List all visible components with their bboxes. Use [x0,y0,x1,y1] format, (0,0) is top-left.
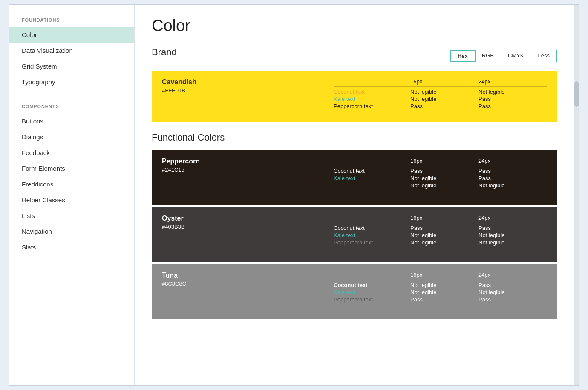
format-tab-less[interactable]: Less [531,50,556,62]
tuna-a11y-table: 16px 24px Coconut text Not legible Pass … [334,272,547,304]
functional-section: Functional Colors Peppercorn #241C15 16p… [152,132,557,319]
components-section-label: COMPONENTS [9,104,134,113]
cavendish-empty-header [334,78,410,85]
oy-24px-header: 24px [478,215,547,221]
brand-section-title: Brand [152,47,177,58]
tuna-card: Tuna #8C8C8C 16px 24px Coconut text Not … [152,264,557,319]
tu-row-2-px24: Pass [478,296,547,303]
sidebar-item-buttons[interactable]: Buttons [9,113,134,129]
format-tabs: Hex RGB CMYK Less [450,50,557,62]
oyster-header-row: 16px 24px [334,215,547,223]
pp-row-2-px16: Not legible [410,182,478,189]
sidebar-item-dialogs[interactable]: Dialogs [9,129,134,145]
oy-row-1-px16: Not legible [410,232,478,238]
oy-row-2-label: Peppercorn text [334,239,410,246]
oy-row-1-label: Kale text [334,232,410,238]
cavendish-row-0-px16: Not legible [410,89,478,95]
format-tab-rgb[interactable]: RGB [475,50,501,62]
foundations-section-label: FOUNDATIONS [9,17,134,27]
peppercorn-row-1: Kale text Not legible Pass [334,175,547,181]
cavendish-row-2: Peppercorn text Pass Pass [334,103,547,109]
pp-row-0-px16: Pass [410,168,478,174]
page-title: Color [152,17,557,35]
oy-empty-header [334,215,410,221]
cavendish-row-1-px24: Pass [478,96,547,102]
oy-16px-header: 16px [410,215,478,221]
oy-row-0-px16: Pass [410,225,478,231]
oy-row-1-px24: Not legible [478,232,547,238]
cavendish-16px-header: 16px [410,78,478,85]
sidebar-item-freddicons[interactable]: Freddicons [9,176,134,192]
oyster-row-2: Peppercorn text Not legible Not legible [334,239,547,246]
oyster-card: Oyster #403B3B 16px 24px Coconut text Pa… [152,207,557,262]
sidebar-item-helper-classes[interactable]: Helper Classes [9,192,134,208]
cavendish-a11y-table: 16px 24px Coconut text Not legible Not l… [334,78,547,110]
pp-row-1-px16: Not legible [410,175,478,181]
cavendish-row-2-label: Peppercorn text [334,103,410,109]
peppercorn-row-2: Not legible Not legible [334,182,547,189]
sidebar-item-slats[interactable]: Slats [9,239,134,255]
oy-row-0-px24: Pass [478,225,547,231]
tu-row-1-px16: Not legible [410,289,478,295]
cavendish-row-2-px16: Pass [410,103,478,109]
peppercorn-a11y-table: 16px 24px Coconut text Pass Pass Kale te… [334,158,547,189]
cavendish-header-row: 16px 24px [334,78,547,87]
cavendish-row-0-label: Coconut text [334,89,410,95]
sidebar: FOUNDATIONS Color Data Visualization Gri… [9,5,135,385]
sidebar-item-navigation[interactable]: Navigation [9,224,134,239]
tu-row-0-label: Coconut text [334,282,410,288]
tu-row-1-label: Kale text [334,289,410,295]
sidebar-item-data-visualization[interactable]: Data Visualization [9,43,134,58]
tuna-header-row: 16px 24px [334,272,547,280]
brand-header: Brand Hex RGB CMYK Less [152,47,557,65]
tuna-row-0: Coconut text Not legible Pass [334,282,547,288]
pp-empty-header [334,158,410,164]
cavendish-row-0-px24: Not legible [478,89,547,95]
oyster-a11y-table: 16px 24px Coconut text Pass Pass Kale te… [334,215,547,247]
sidebar-item-form-elements[interactable]: Form Elements [9,161,134,176]
oy-row-2-px16: Not legible [410,239,478,246]
cavendish-row-0: Coconut text Not legible Not legible [334,89,547,95]
tu-row-0-px16: Not legible [410,282,478,288]
main-content: Color Brand Hex RGB CMYK Less Cavendish … [135,5,574,385]
scrollbar-track[interactable] [574,5,579,385]
format-tab-cmyk[interactable]: CMYK [501,50,531,62]
scrollbar-thumb[interactable] [574,81,579,107]
sidebar-item-feedback[interactable]: Feedback [9,145,134,161]
peppercorn-card: Peppercorn #241C15 16px 24px Coconut tex… [152,150,557,205]
sidebar-item-color[interactable]: Color [9,27,134,43]
pp-row-0-label: Coconut text [334,168,410,174]
cavendish-row-1-label: Kale text [334,96,410,102]
cavendish-row-1: Kale text Not legible Pass [334,96,547,102]
pp-row-1-px24: Pass [478,175,547,181]
oyster-row-0: Coconut text Pass Pass [334,225,547,231]
peppercorn-row-0: Coconut text Pass Pass [334,168,547,174]
tu-row-2-px16: Pass [410,296,478,303]
pp-24px-header: 24px [478,158,547,164]
tu-row-2-label: Peppercorn text [334,296,410,303]
cavendish-24px-header: 24px [478,78,547,85]
peppercorn-header-row: 16px 24px [334,158,547,166]
cavendish-card: Cavendish #FFE01B 16px 24px Coconut text… [152,71,557,122]
tu-empty-header [334,272,410,278]
sidebar-divider [22,97,121,97]
tu-row-0-px24: Pass [478,282,547,288]
oyster-row-1: Kale text Not legible Not legible [334,232,547,238]
pp-row-1-label: Kale text [334,175,410,181]
sidebar-item-typography[interactable]: Typography [9,74,134,90]
tuna-row-2: Peppercorn text Pass Pass [334,296,547,303]
oy-row-0-label: Coconut text [334,225,410,231]
pp-16px-header: 16px [410,158,478,164]
tuna-row-1: Kale text Not legible Not legible [334,289,547,295]
format-tab-hex[interactable]: Hex [450,50,476,62]
tu-24px-header: 24px [478,272,547,278]
pp-row-2-label [334,182,410,189]
oy-row-2-px24: Not legible [478,239,547,246]
pp-row-2-px24: Not legible [478,182,547,189]
sidebar-item-grid-system[interactable]: Grid System [9,58,134,74]
cavendish-row-2-px24: Pass [478,103,547,109]
functional-section-title: Functional Colors [152,132,557,143]
sidebar-item-lists[interactable]: Lists [9,208,134,224]
cavendish-row-1-px16: Not legible [410,96,478,102]
tu-row-1-px24: Not legible [478,289,547,295]
